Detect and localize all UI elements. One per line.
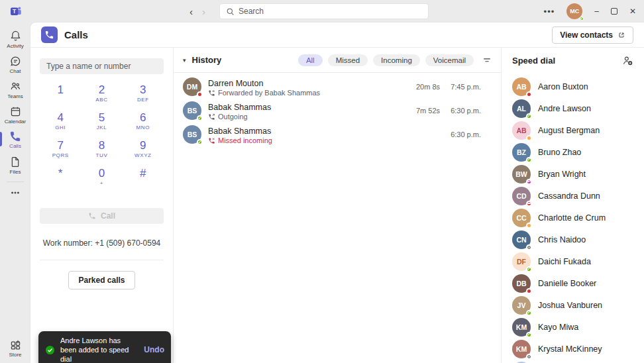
avatar-initials: BS: [188, 107, 197, 115]
calls-page: Calls View contacts 1 2ABC 3DEF 4GHI 5JK…: [30, 23, 644, 363]
sidebar-item-label: Activity: [7, 43, 23, 49]
presence-badge: [526, 179, 532, 185]
call-duration: 7m 52s: [405, 107, 440, 115]
presence-badge: [526, 135, 532, 141]
dial-key-pound[interactable]: #: [123, 164, 164, 192]
app-rail: Activity Chat Teams Calendar Calls Files: [0, 23, 30, 363]
sidebar-item-teams[interactable]: Teams: [0, 77, 30, 102]
dial-key-0[interactable]: 0+: [81, 164, 122, 192]
dial-input[interactable]: [40, 58, 164, 74]
contact-name: Aaron Buxton: [538, 82, 588, 91]
presence-badge: [526, 201, 532, 207]
file-icon: [9, 156, 22, 168]
speed-dial-contact[interactable]: KM Krystal McKinney: [502, 338, 644, 360]
call-missed-icon: [208, 137, 215, 144]
dial-key-9[interactable]: 9WXYZ: [123, 136, 164, 164]
calls-app-icon: [41, 26, 58, 43]
dial-key-5[interactable]: 5JKL: [81, 109, 122, 136]
contact-name: Babak Shammas: [208, 103, 271, 112]
speed-dial-contact[interactable]: AL Andre Lawson: [502, 97, 644, 119]
sidebar-item-label: Calendar: [5, 119, 26, 125]
contact-name: Bruno Zhao: [538, 148, 581, 157]
dial-key-7[interactable]: 7PQRS: [40, 136, 81, 164]
speed-dial-contact[interactable]: AB August Bergman: [502, 119, 644, 141]
avatar-initials: CN: [516, 236, 526, 244]
success-check-icon: [45, 345, 55, 355]
dial-key-4[interactable]: 4GHI: [40, 109, 81, 136]
filter-voicemail[interactable]: Voicemail: [425, 54, 474, 66]
avatar: CN: [512, 231, 531, 249]
contact-name: Danielle Booker: [538, 279, 596, 288]
add-contact-icon[interactable]: [622, 55, 633, 66]
toast-notification: Andre Lawson has been added to speed dia…: [38, 331, 171, 363]
speed-dial-contact[interactable]: DB Danielle Booker: [502, 272, 644, 294]
filter-all[interactable]: All: [298, 54, 323, 66]
close-button[interactable]: ✕: [629, 7, 636, 16]
view-contacts-button[interactable]: View contacts: [552, 26, 633, 44]
minimize-button[interactable]: –: [594, 7, 599, 16]
speed-dial-contact[interactable]: JV Joshua Vanburen: [502, 294, 644, 316]
dial-key-2[interactable]: 2ABC: [81, 81, 122, 109]
people-icon: [9, 80, 22, 93]
parked-calls-button[interactable]: Parked calls: [68, 271, 134, 289]
contact-name: Kayo Miwa: [538, 323, 578, 332]
call-button-label: Call: [101, 211, 115, 221]
filter-missed[interactable]: Missed: [328, 54, 368, 66]
history-row[interactable]: DM Darren Mouton Forwarded by Babak Sham…: [174, 75, 501, 99]
sidebar-item-chat[interactable]: Chat: [0, 52, 30, 77]
sidebar-item-activity[interactable]: Activity: [0, 26, 30, 52]
dial-key-8[interactable]: 8TUV: [81, 136, 122, 164]
speed-dial-contact[interactable]: KM Kayo Miwa: [502, 316, 644, 338]
store-icon: [9, 338, 22, 351]
avatar-initials: AB: [516, 127, 526, 134]
dial-key-1[interactable]: 1: [40, 81, 81, 109]
contact-name: Andre Lawson: [538, 104, 591, 113]
back-arrow-icon[interactable]: ‹: [189, 6, 193, 17]
sidebar-item-calendar[interactable]: Calendar: [0, 102, 30, 127]
avatar: KM: [512, 340, 531, 358]
speed-dial-contact[interactable]: CC Charlotte de Crum: [502, 207, 644, 229]
speed-dial-contact[interactable]: [502, 360, 644, 363]
maximize-button[interactable]: [611, 8, 617, 15]
avatar-initials: BS: [188, 130, 197, 138]
speed-dial-contact[interactable]: CN Chris Naidoo: [502, 229, 644, 250]
speed-dial-contact[interactable]: AB Aaron Buxton: [502, 76, 644, 97]
sidebar-item-label: Chat: [10, 68, 21, 74]
search-input[interactable]: [239, 7, 428, 16]
sidebar-item-files[interactable]: Files: [0, 152, 30, 178]
history-header: ▾ History All Missed Incoming Voicemail: [174, 48, 501, 73]
sidebar-item-store[interactable]: Store: [0, 335, 30, 360]
dial-key-star[interactable]: *: [40, 164, 81, 192]
speed-dial-contact[interactable]: DF Daichi Fukada: [502, 250, 644, 272]
dial-key-6[interactable]: 6MNO: [123, 109, 164, 136]
dial-key-3[interactable]: 3DEF: [123, 81, 164, 109]
more-apps-button[interactable]: [0, 185, 30, 201]
call-button[interactable]: Call: [40, 208, 164, 224]
presence-badge: [197, 91, 203, 97]
chevron-down-icon[interactable]: ▾: [183, 57, 186, 64]
speed-dial-contact[interactable]: CD Cassandra Dunn: [502, 185, 644, 207]
sidebar-item-label: Store: [9, 352, 21, 358]
avatar-initials: JV: [517, 301, 526, 309]
history-row[interactable]: BS Babak Shammas Missed incoming: [174, 123, 501, 146]
search-bar[interactable]: [219, 3, 429, 19]
call-detail: Missed incoming: [218, 136, 272, 145]
avatar-initials: DM: [187, 83, 197, 91]
speed-dial-contact[interactable]: BZ Bruno Zhao: [502, 141, 644, 163]
presence-badge: [526, 91, 532, 97]
speed-dial-contact[interactable]: BW Bryan Wright: [502, 163, 644, 185]
avatar-initials: BZ: [517, 148, 526, 156]
avatar: KM: [512, 318, 531, 337]
presence-badge: [526, 354, 532, 360]
sidebar-item-calls[interactable]: Calls: [0, 127, 30, 152]
undo-button[interactable]: Undo: [144, 345, 164, 354]
history-row[interactable]: BS Babak Shammas Outgoing 7m 52s: [174, 99, 501, 123]
filter-incoming[interactable]: Incoming: [373, 54, 420, 66]
user-avatar[interactable]: MC: [566, 3, 582, 19]
filter-icon[interactable]: [482, 56, 492, 65]
call-detail: Forwarded by Babak Shammas: [218, 89, 320, 97]
settings-more-icon[interactable]: •••: [544, 7, 555, 17]
presence-badge: [526, 288, 532, 294]
avatar: AL: [512, 99, 531, 118]
history-panel: ▾ History All Missed Incoming Voicemail: [174, 48, 502, 363]
